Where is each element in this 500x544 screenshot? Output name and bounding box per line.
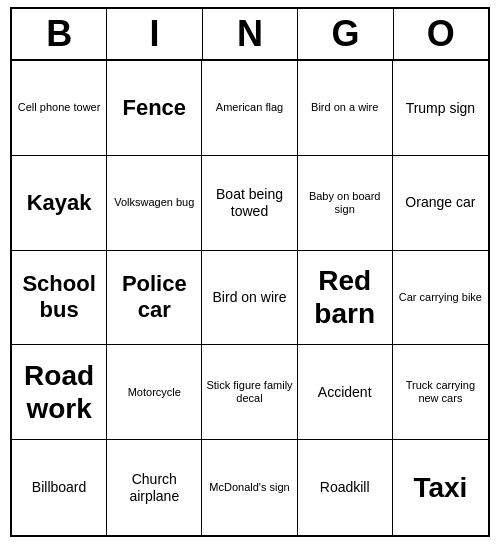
header-letter-b: B bbox=[12, 9, 107, 59]
bingo-cell-13[interactable]: Red barn bbox=[298, 251, 393, 346]
bingo-cell-21[interactable]: Church airplane bbox=[107, 440, 202, 535]
bingo-cell-5[interactable]: Kayak bbox=[12, 156, 107, 251]
bingo-cell-2[interactable]: American flag bbox=[202, 61, 297, 156]
bingo-cell-20[interactable]: Billboard bbox=[12, 440, 107, 535]
bingo-cell-3[interactable]: Bird on a wire bbox=[298, 61, 393, 156]
bingo-cell-17[interactable]: Stick figure family decal bbox=[202, 345, 297, 440]
bingo-cell-18[interactable]: Accident bbox=[298, 345, 393, 440]
bingo-cell-4[interactable]: Trump sign bbox=[393, 61, 488, 156]
bingo-cell-19[interactable]: Truck carrying new cars bbox=[393, 345, 488, 440]
bingo-cell-6[interactable]: Volkswagen bug bbox=[107, 156, 202, 251]
bingo-cell-22[interactable]: McDonald's sign bbox=[202, 440, 297, 535]
bingo-cell-10[interactable]: School bus bbox=[12, 251, 107, 346]
header-letter-i: I bbox=[107, 9, 202, 59]
header-letter-g: G bbox=[298, 9, 393, 59]
header-letter-o: O bbox=[394, 9, 488, 59]
bingo-cell-7[interactable]: Boat being towed bbox=[202, 156, 297, 251]
bingo-cell-15[interactable]: Road work bbox=[12, 345, 107, 440]
bingo-cell-1[interactable]: Fence bbox=[107, 61, 202, 156]
bingo-grid: Cell phone towerFenceAmerican flagBird o… bbox=[12, 61, 488, 535]
bingo-cell-9[interactable]: Orange car bbox=[393, 156, 488, 251]
bingo-cell-14[interactable]: Car carrying bike bbox=[393, 251, 488, 346]
bingo-cell-8[interactable]: Baby on board sign bbox=[298, 156, 393, 251]
bingo-header: BINGO bbox=[12, 9, 488, 61]
bingo-cell-24[interactable]: Taxi bbox=[393, 440, 488, 535]
bingo-cell-0[interactable]: Cell phone tower bbox=[12, 61, 107, 156]
bingo-cell-23[interactable]: Roadkill bbox=[298, 440, 393, 535]
bingo-cell-12[interactable]: Bird on wire bbox=[202, 251, 297, 346]
bingo-cell-16[interactable]: Motorcycle bbox=[107, 345, 202, 440]
header-letter-n: N bbox=[203, 9, 298, 59]
bingo-card: BINGO Cell phone towerFenceAmerican flag… bbox=[10, 7, 490, 537]
bingo-cell-11[interactable]: Police car bbox=[107, 251, 202, 346]
